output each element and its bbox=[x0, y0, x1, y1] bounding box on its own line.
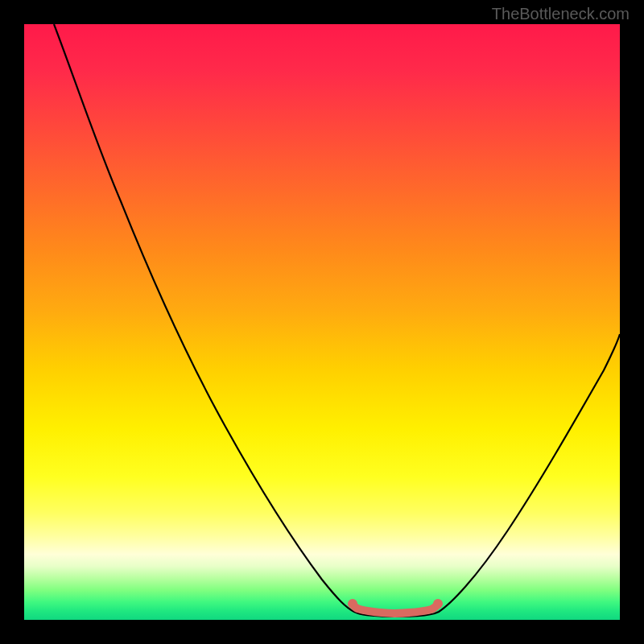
chart-plot-area bbox=[24, 24, 620, 620]
marker-dot-left bbox=[348, 599, 357, 609]
marker-dot-right bbox=[433, 599, 443, 609]
bottleneck-curve-path bbox=[54, 24, 620, 617]
optimal-zone-marker-path bbox=[353, 604, 438, 613]
watermark-text: TheBottleneck.com bbox=[492, 5, 630, 23]
curve-svg bbox=[24, 24, 620, 620]
